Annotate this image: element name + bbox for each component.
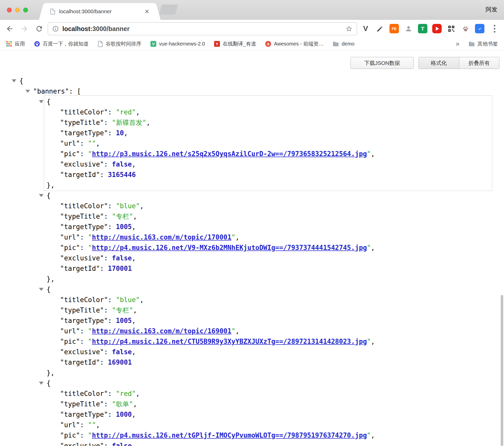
json-line: "titleColor": "red",: [0, 107, 504, 117]
browser-menu-icon[interactable]: [494, 25, 496, 33]
browser-tab[interactable]: localhost:3000/banner ×: [45, 3, 155, 20]
json-tree: {"banners": [{"titleColor": "red","typeT…: [0, 50, 504, 446]
format-button[interactable]: 格式化: [419, 57, 459, 69]
json-key: "targetId": [60, 171, 100, 179]
json-close-brace: },: [47, 275, 54, 283]
page-info-icon[interactable]: [52, 25, 59, 32]
bookmark-item-other-bookmarks[interactable]: 其他书签: [469, 40, 498, 47]
json-comma: ,: [124, 129, 128, 137]
json-line: "targetId": 170001: [0, 263, 504, 274]
collapse-arrow-icon[interactable]: [39, 194, 44, 197]
collapse-arrow-icon[interactable]: [25, 90, 30, 93]
json-line: {: [0, 378, 504, 389]
json-line: "titleColor": "red",: [0, 389, 504, 399]
json-key: "exclusive": [60, 442, 104, 446]
json-comma: ,: [235, 327, 240, 335]
collapse-arrow-icon[interactable]: [39, 382, 44, 385]
window-minimize-button[interactable]: [15, 8, 20, 12]
vertical-scrollbar[interactable]: [501, 295, 503, 446]
json-colon: :: [80, 233, 88, 241]
json-object: {"titleColor": "red","typeTitle": "歌单","…: [0, 378, 504, 446]
json-colon: :: [108, 108, 116, 116]
collapse-arrow-icon[interactable]: [39, 100, 44, 103]
json-link[interactable]: http://music.163.com/m/topic/169001: [92, 327, 231, 335]
json-colon: :: [69, 87, 77, 95]
qr-code-extension-icon[interactable]: [446, 24, 456, 33]
json-string-value: "red": [116, 108, 136, 116]
bookmark-label: Awesomes - 前端资…: [274, 40, 324, 47]
collapse-arrow-icon[interactable]: [39, 288, 44, 291]
json-comma: ,: [133, 306, 137, 314]
json-colon: :: [104, 348, 112, 356]
vue-icon: V: [150, 41, 156, 47]
bookmark-item-youdao[interactable]: Y 在线翻译_有道: [214, 40, 256, 47]
json-quote: ": [88, 244, 92, 251]
bookmark-item-google-sort[interactable]: 谷歌按时间排序: [98, 40, 141, 47]
reload-icon[interactable]: [35, 25, 43, 33]
address-bar[interactable]: localhost:3000/banner: [48, 22, 357, 35]
translator-pen-extension-icon[interactable]: [375, 24, 385, 33]
url-text: localhost:3000/banner: [62, 25, 130, 33]
json-link[interactable]: http://p4.music.126.net/V9-MXz6b2MNhEKju…: [92, 244, 367, 251]
bookmark-item-baidu[interactable]: 百度一下，你就知道: [34, 40, 89, 47]
json-key: "pic": [60, 244, 80, 251]
fe-extension-icon[interactable]: FE: [389, 24, 399, 33]
tab-close-icon[interactable]: ×: [145, 8, 149, 15]
json-string-value: "blue": [116, 202, 140, 210]
json-colon: :: [100, 265, 108, 272]
back-icon[interactable]: [6, 25, 14, 33]
bookmark-label: demo: [342, 41, 354, 47]
json-string-value: "专栏": [112, 306, 133, 314]
bookmark-item-apps[interactable]: 应用: [6, 40, 25, 47]
people-extension-icon[interactable]: [404, 24, 413, 33]
collapse-arrow-icon[interactable]: [12, 79, 16, 82]
new-tab-button[interactable]: [159, 5, 178, 15]
json-quote: ": [231, 327, 235, 335]
json-string-value: "": [88, 421, 96, 429]
collapse-all-button[interactable]: 折叠所有: [459, 57, 499, 69]
json-comma: ,: [133, 400, 137, 408]
json-colon: :: [80, 327, 88, 335]
json-close-brace: },: [47, 181, 54, 189]
json-colon: :: [100, 359, 108, 366]
paw-extension-icon[interactable]: [461, 24, 470, 33]
json-comma: ,: [140, 202, 144, 210]
download-json-button[interactable]: 下载JSON数据: [351, 57, 414, 69]
bookmark-item-awesomes[interactable]: A Awesomes - 前端资…: [265, 40, 324, 47]
json-open-brace: {: [47, 98, 51, 106]
bookmark-star-icon[interactable]: [345, 25, 353, 32]
awesomes-icon: A: [265, 41, 271, 47]
bookmark-item-demo-folder[interactable]: demo: [333, 41, 354, 47]
json-key: "targetType": [60, 317, 108, 324]
bookmarks-overflow-chevron[interactable]: »: [456, 40, 459, 48]
json-key: "targetType": [60, 411, 108, 418]
json-colon: :: [100, 171, 108, 179]
json-colon: :: [104, 119, 112, 126]
shield-extension-icon[interactable]: [475, 24, 484, 33]
json-line: },: [0, 180, 504, 190]
json-quote: ": [88, 233, 92, 241]
forward-icon[interactable]: [20, 25, 29, 33]
json-quote: ": [88, 150, 92, 158]
green-extension-icon[interactable]: T: [418, 24, 427, 33]
window-zoom-button[interactable]: [23, 8, 28, 12]
profile-name[interactable]: 阿发: [486, 6, 497, 13]
json-link[interactable]: http://p4.music.126.net/CTU5B9R9y3XyYBZX…: [92, 338, 367, 345]
navigation-bar: localhost:3000/banner V FE T: [0, 20, 504, 38]
json-key: "targetId": [60, 359, 100, 366]
json-line: "typeTitle": "歌单",: [0, 399, 504, 409]
youtube-extension-icon[interactable]: [432, 24, 442, 33]
json-colon: :: [104, 213, 112, 220]
json-link[interactable]: http://music.163.com/m/topic/170001: [92, 233, 231, 241]
json-quote: ": [367, 244, 371, 251]
vimium-extension-icon[interactable]: V: [361, 24, 370, 33]
json-open-brace: {: [47, 192, 51, 199]
json-key: "pic": [60, 150, 80, 158]
json-colon: :: [104, 306, 112, 314]
json-line: "pic": "http://p4.music.126.net/CTU5B9R9…: [0, 336, 504, 347]
json-link[interactable]: http://p4.music.126.net/tGPljf-IMOCyPvum…: [92, 432, 367, 439]
bookmark-item-vue-hackernews[interactable]: V vue-hackernews-2.0: [150, 41, 205, 47]
json-link[interactable]: http://p3.music.126.net/s25q2x5QyqsAzilC…: [92, 150, 367, 158]
json-line: "url": "http://music.163.com/m/topic/170…: [0, 232, 504, 243]
window-close-button[interactable]: [7, 8, 12, 12]
